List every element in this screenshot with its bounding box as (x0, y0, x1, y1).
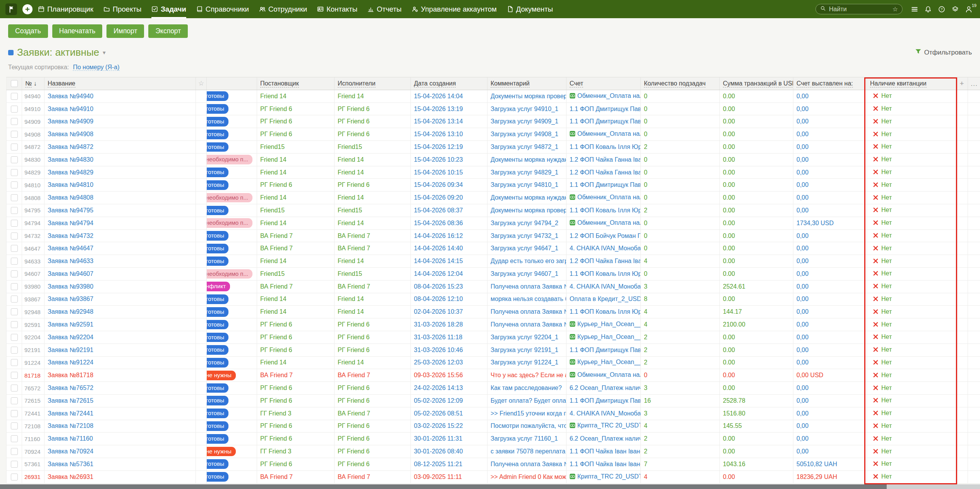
assignee-link[interactable]: ВА Friend 7 (338, 283, 370, 290)
assignee-link[interactable]: РГ Friend 6 (338, 321, 369, 328)
view-icon[interactable] (8, 50, 14, 55)
owner-link[interactable]: Friend 14 (260, 258, 287, 264)
row-checkbox[interactable] (11, 474, 18, 480)
owner-link[interactable]: ВА Friend 7 (260, 283, 293, 290)
row-checkbox[interactable] (11, 410, 18, 417)
task-link[interactable]: Заявка №72615 (48, 397, 93, 404)
account-link[interactable]: 1.1 ФОП Коваль Ілля Юрійо... (570, 144, 641, 150)
row-checkbox[interactable] (11, 359, 18, 366)
owner-link[interactable]: РГ Friend 6 (260, 385, 292, 391)
account-link[interactable]: 4. CHAIKA IVAN_Монобанк_... (570, 245, 641, 251)
account-link[interactable]: 1.1 ФОП Чайка Іван Іванови... (570, 448, 641, 455)
owner-link[interactable]: Friend15 (260, 270, 285, 277)
export-button[interactable]: Экспорт (148, 24, 188, 38)
col-header-status[interactable] (207, 77, 257, 90)
account-link[interactable]: 1.1 ФОП Коваль Ілля Юрійо... (570, 270, 641, 277)
assignee-link[interactable]: ВА Friend 7 (338, 233, 370, 239)
task-link[interactable]: Заявка №94909 (48, 118, 93, 125)
select-all-checkbox[interactable] (11, 80, 18, 87)
task-link[interactable]: Заявка №57361 (48, 461, 93, 467)
account-link[interactable]: 1.1 ФОП Чайка Іван Іванови... (570, 461, 641, 467)
search-input[interactable]: Найти ☆ (815, 4, 903, 14)
task-link[interactable]: Заявка №94908 (48, 131, 93, 137)
quick-add-button[interactable]: + (22, 4, 33, 14)
assignee-link[interactable]: РГ Friend 6 (338, 385, 369, 391)
more-columns-button[interactable]: … (968, 77, 980, 90)
account-link[interactable]: 6.2 Ocean_Платеж наличны... (570, 385, 641, 391)
row-checkbox[interactable] (11, 283, 18, 290)
row-checkbox[interactable] (11, 207, 18, 214)
account-link[interactable]: Обменник_Оплата налич... (577, 92, 641, 99)
account-link[interactable]: 1.2 ФОП Чайка Ганна Іванів... (570, 169, 641, 176)
row-checkbox[interactable] (11, 245, 18, 252)
owner-link[interactable]: РГ Friend 6 (260, 106, 292, 112)
nav-item-projects[interactable]: Проекты (103, 0, 141, 18)
task-link[interactable]: Заявка №94830 (48, 156, 93, 163)
task-link[interactable]: Заявка №71160 (48, 435, 93, 442)
row-checkbox[interactable] (11, 169, 18, 176)
nav-item-contacts[interactable]: Контакты (317, 0, 357, 18)
account-link[interactable]: Крипта_TRC 20_USDT (577, 422, 641, 429)
account-link[interactable]: Курьер_Нал_Ocean__USD (577, 321, 641, 327)
assignee-link[interactable]: РГ Friend 6 (338, 181, 369, 188)
task-link[interactable]: Заявка №94910 (48, 106, 93, 112)
account-link[interactable]: Курьер_Нал_Ocean__USD (577, 333, 641, 340)
row-checkbox[interactable] (11, 93, 18, 100)
assignee-link[interactable]: ВА Friend 7 (338, 372, 370, 378)
col-header-name[interactable]: Название (45, 77, 196, 90)
row-checkbox[interactable] (11, 270, 18, 277)
account-link[interactable]: 1.1 ФОП Дмитрищук Павло ... (570, 181, 641, 188)
row-checkbox[interactable] (11, 435, 18, 442)
task-link[interactable]: Заявка №92591 (48, 321, 93, 328)
profile-icon[interactable]: 19 (965, 6, 972, 13)
col-header-billed[interactable]: Счет выставлен на: (793, 77, 867, 90)
owner-link[interactable]: Friend 14 (260, 194, 287, 201)
account-link[interactable]: Обменник_Оплата налич... (577, 219, 641, 226)
assignee-link[interactable]: РГ Friend 6 (338, 461, 369, 467)
account-link[interactable]: 1.1 ФОП Дмитрищук Павло ... (570, 347, 641, 353)
assignee-link[interactable]: РГ Friend 6 (338, 448, 369, 455)
row-checkbox[interactable] (11, 347, 18, 354)
nav-item-employees[interactable]: Сотрудники (259, 0, 307, 18)
task-link[interactable]: Заявка №94940 (48, 93, 93, 99)
task-link[interactable]: Заявка №92948 (48, 308, 93, 315)
create-button[interactable]: Создать (8, 24, 48, 38)
app-logo[interactable] (5, 3, 17, 15)
account-link[interactable]: 1.1 ФОП Дмитрищук Павло ... (570, 397, 641, 404)
assignee-link[interactable]: РГ Friend 6 (338, 347, 369, 353)
assignee-link[interactable]: Friend 14 (338, 308, 364, 315)
task-link[interactable]: Заявка №92191 (48, 347, 93, 353)
account-link[interactable]: 6.2 Ocean_Платеж наличны... (570, 435, 641, 442)
owner-link[interactable]: ВА Friend 7 (260, 233, 293, 239)
owner-link[interactable]: РГ Friend 6 (260, 461, 292, 467)
row-checkbox[interactable] (11, 233, 18, 239)
owner-link[interactable]: Friend 14 (260, 359, 287, 366)
owner-link[interactable]: РГ Friend 6 (260, 435, 292, 442)
account-link[interactable]: Обменник_Оплата налич... (577, 194, 641, 200)
assignee-link[interactable]: РГ Friend 6 (338, 397, 369, 404)
row-checkbox[interactable] (11, 181, 18, 188)
account-link[interactable]: Обменник_Оплата налич... (577, 371, 641, 378)
nav-item-reports[interactable]: Отчеты (367, 0, 402, 18)
assignee-link[interactable]: Friend15 (338, 144, 362, 150)
nav-item-handbooks[interactable]: Справочники (196, 0, 249, 18)
print-button[interactable]: Напечатать (52, 24, 103, 38)
owner-link[interactable]: ГГ Friend 3 (260, 448, 291, 455)
col-header-account[interactable]: Счет (566, 77, 641, 90)
row-checkbox[interactable] (11, 131, 18, 138)
nav-item-documents[interactable]: Документы (507, 0, 553, 18)
filter-button[interactable]: Отфильтровать (915, 48, 972, 57)
owner-link[interactable]: РГ Friend 6 (260, 181, 292, 188)
menu-icon[interactable] (911, 6, 918, 13)
owner-link[interactable]: РГ Friend 6 (260, 334, 292, 340)
notifications-icon[interactable] (925, 6, 932, 13)
task-link[interactable]: Заявка №93980 (48, 283, 93, 290)
assignee-link[interactable]: Friend15 (338, 270, 362, 277)
owner-link[interactable]: РГ Friend 6 (260, 131, 292, 137)
help-icon[interactable]: ? (938, 6, 945, 13)
account-link[interactable]: 1.2 ФОП Чайка Ганна Іванів... (570, 258, 641, 264)
owner-link[interactable]: Friend 14 (260, 308, 287, 315)
task-link[interactable]: Заявка №94872 (48, 144, 93, 150)
task-link[interactable]: Заявка №94732 (48, 233, 93, 239)
account-link[interactable]: 4. CHAIKA IVAN_Монобанк_... (570, 283, 641, 290)
